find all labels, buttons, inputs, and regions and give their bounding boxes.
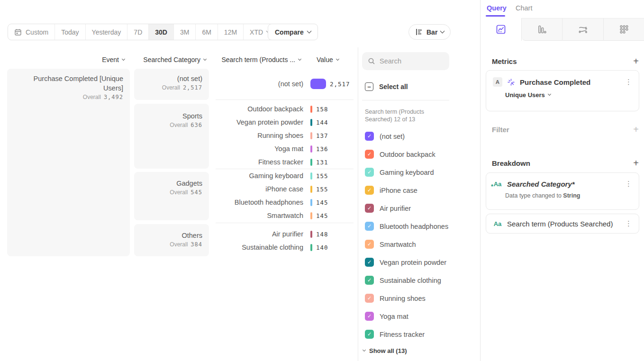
filter-item[interactable]: ✓ Sustainable clothing [365, 276, 441, 285]
table-row[interactable]: Vegan protein powder 144 [213, 116, 354, 129]
category-cell-not-set[interactable]: (not set) Overall2,517 [134, 69, 209, 100]
compare-button[interactable]: Compare [268, 24, 318, 40]
filter-item[interactable]: ✓ Gaming keyboard [365, 168, 434, 177]
date-range-12m[interactable]: 12M [218, 24, 244, 40]
breakdown-card-searched-category[interactable]: Aa* Searched Category* ⋮ Data type chang… [486, 172, 639, 210]
add-filter-button[interactable]: + [633, 125, 639, 134]
chart-type-selector[interactable]: Bar [408, 24, 451, 40]
filter-item[interactable]: ✓ Smartwatch [365, 240, 416, 249]
tab-query[interactable]: Query [487, 4, 507, 12]
group-divider [216, 223, 354, 223]
date-range-7d[interactable]: 7D [127, 24, 149, 40]
table-row[interactable]: Running shoes 137 [213, 129, 354, 142]
value-bar [310, 132, 312, 139]
date-range-yesterday[interactable]: Yesterday [86, 24, 128, 40]
filter-item[interactable]: ✓ (not set) [365, 132, 405, 141]
chevron-down-icon [203, 57, 207, 60]
tab-chart[interactable]: Chart [516, 4, 532, 12]
chevron-down-icon [298, 57, 301, 60]
filter-section-header: Filter + [492, 125, 639, 134]
table-row[interactable]: Outdoor backpack 158 [213, 102, 354, 116]
event-overall: Overall3,492 [14, 94, 123, 100]
value-bar [310, 212, 312, 219]
string-property-icon: Aa [493, 220, 502, 227]
breakdown-title: Breakdown [492, 159, 530, 167]
column-header-value[interactable]: Value [317, 55, 350, 64]
query-builder-panel: Query Chart [480, 0, 644, 361]
tab-flows[interactable] [562, 18, 604, 41]
filter-item[interactable]: ✓ Running shoes [365, 294, 426, 303]
checked-checkbox-icon: ✓ [365, 240, 374, 249]
filter-item[interactable]: ✓ Vegan protein powder [365, 258, 446, 267]
tab-retention[interactable] [604, 18, 644, 41]
search-icon [368, 57, 375, 65]
table-row[interactable]: iPhone case 155 [213, 182, 354, 196]
category-cell-others[interactable]: Others Overall384 [134, 224, 209, 256]
retention-icon [618, 24, 630, 35]
table-row[interactable]: Fitness tracker 131 [213, 155, 354, 169]
filter-item[interactable]: ✓ Outdoor backpack [365, 150, 435, 159]
table-row[interactable]: Yoga mat 136 [213, 142, 354, 155]
table-row[interactable]: Bluetooth headphones 145 [213, 196, 354, 209]
category-cell-gadgets[interactable]: Gadgets Overall545 [134, 172, 209, 220]
date-range-3m[interactable]: 3M [174, 24, 196, 40]
checked-checkbox-icon: ✓ [365, 186, 374, 195]
series-filter-panel: − Select all Search term (Products Searc… [358, 47, 480, 361]
table-row[interactable]: Gaming keyboard 155 [213, 169, 354, 182]
chevron-down-icon [122, 57, 125, 60]
filter-item[interactable]: ✓ Fitness tracker [365, 330, 425, 339]
checked-checkbox-icon: ✓ [365, 294, 374, 303]
filter-item[interactable]: ✓ iPhone case [365, 186, 417, 195]
breakdown-card-search-term[interactable]: Aa Search term (Products Searched) ⋮ [486, 214, 639, 234]
checked-checkbox-icon: ✓ [365, 168, 374, 177]
breakdown-section-header: Breakdown + [492, 158, 639, 168]
table-row[interactable]: Sustainable clothing 140 [213, 241, 354, 254]
chevron-down-icon [336, 57, 339, 60]
metric-menu-button[interactable]: ⋮ [625, 78, 632, 86]
value-bar [310, 119, 312, 126]
breakdown-menu-button[interactable]: ⋮ [625, 219, 632, 228]
chevron-down-icon [307, 29, 311, 34]
date-range-picker: Custom Today Yesterday 7D 30D 3M 6M 12M … [8, 24, 277, 40]
search-input[interactable] [380, 57, 441, 65]
metric-aggregation-selector[interactable]: Unique Users [486, 87, 639, 99]
event-sparkle-icon [507, 78, 515, 86]
search-box[interactable] [362, 52, 449, 70]
show-all-button[interactable]: Show all (13) [363, 347, 407, 354]
table-row[interactable]: Smartwatch 145 [213, 209, 354, 222]
date-range-30d[interactable]: 30D [149, 24, 174, 40]
date-range-label: Custom [26, 28, 48, 36]
date-range-today[interactable]: Today [55, 24, 85, 40]
filter-item[interactable]: ✓ Air purifier [365, 204, 411, 213]
select-all-checkbox[interactable]: − Select all [365, 82, 408, 91]
column-header-search-term[interactable]: Search term (Products ... [213, 55, 301, 64]
category-cell-sports[interactable]: Sports Overall636 [134, 104, 209, 169]
value-bar [310, 159, 312, 166]
column-header-event[interactable]: Event [7, 55, 125, 64]
metric-card[interactable]: A Purchase Completed ⋮ Unique Users [486, 70, 639, 111]
date-range-6m[interactable]: 6M [196, 24, 218, 40]
table-row[interactable]: (not set) 2,517 [213, 77, 354, 90]
tab-insights[interactable] [481, 18, 522, 41]
table-row[interactable]: Air purifier 148 [213, 227, 354, 241]
tab-funnels[interactable] [522, 18, 563, 41]
breakdown-note: Data type changed to String [486, 188, 639, 199]
checked-checkbox-icon: ✓ [365, 258, 374, 267]
checked-checkbox-icon: ✓ [365, 276, 374, 285]
chevron-down-icon [548, 92, 551, 96]
add-breakdown-button[interactable]: + [633, 158, 639, 168]
value-bar [310, 231, 312, 238]
value-bar [310, 79, 326, 89]
chart-type-label: Bar [426, 28, 437, 36]
filter-item[interactable]: ✓ Bluetooth headphones [365, 222, 448, 231]
filter-item[interactable]: ✓ Yoga mat [365, 312, 408, 321]
date-range-custom[interactable]: Custom [8, 24, 55, 40]
event-cell[interactable]: Purchase Completed [Unique Users] Overal… [7, 69, 130, 256]
value-bar [310, 199, 312, 206]
column-header-searched-category[interactable]: Searched Category [134, 55, 206, 64]
value-bar [310, 172, 312, 180]
string-property-icon: Aa* [493, 180, 502, 188]
chevron-down-icon [363, 348, 366, 352]
add-metric-button[interactable]: + [633, 56, 639, 66]
breakdown-menu-button[interactable]: ⋮ [625, 180, 632, 188]
